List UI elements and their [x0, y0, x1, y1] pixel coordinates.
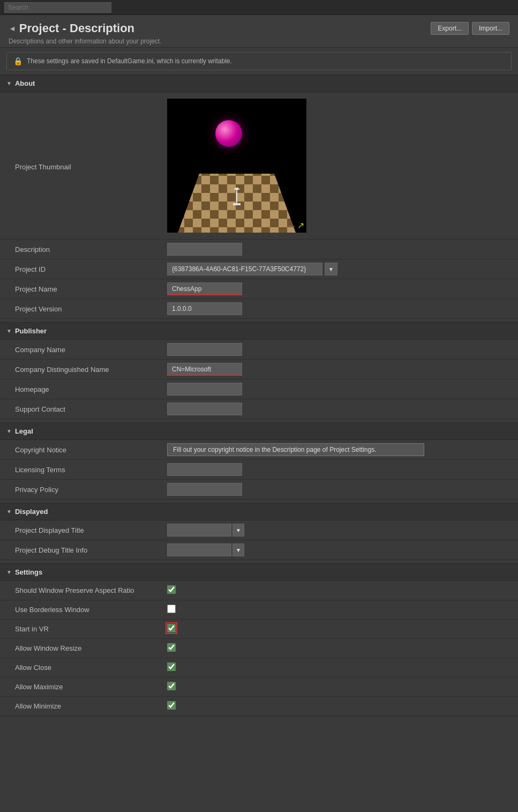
- section-settings-header[interactable]: ▼ Settings: [0, 563, 518, 581]
- title-triangle-icon: ◄: [9, 24, 16, 33]
- about-label: About: [15, 79, 35, 87]
- displayed-triangle-icon: ▼: [6, 509, 12, 515]
- thumbnail-controls: ··· ↗: [289, 220, 304, 230]
- page-header: ◄ Project - Description Export... Import…: [0, 15, 518, 48]
- licensing-value: [167, 463, 512, 476]
- start-vr-checkbox[interactable]: [167, 624, 176, 632]
- start-vr-label: Start in VR: [6, 625, 167, 633]
- debug-title-row: Project Debug Title Info ▼: [0, 540, 518, 560]
- allow-maximize-label: Allow Maximize: [6, 683, 167, 691]
- displayed-title-row: Project Displayed Title ▼: [0, 520, 518, 540]
- displayed-title-input[interactable]: [167, 524, 231, 537]
- company-dn-row: Company Distinguished Name: [0, 360, 518, 379]
- company-name-label: Company Name: [6, 346, 167, 354]
- allow-resize-checkbox[interactable]: [167, 643, 176, 652]
- displayed-label: Displayed: [15, 508, 48, 516]
- aspect-ratio-value: [167, 585, 512, 595]
- chess-board-svg: [167, 141, 306, 233]
- project-name-input[interactable]: [167, 282, 242, 295]
- about-triangle-icon: ▼: [6, 80, 12, 86]
- import-button[interactable]: Import...: [472, 22, 509, 35]
- company-dn-input[interactable]: [167, 363, 242, 376]
- company-dn-label: Company Distinguished Name: [6, 366, 167, 374]
- ellipsis-icon[interactable]: ···: [289, 221, 295, 230]
- page-subtitle-text: Descriptions and other information about…: [9, 38, 162, 45]
- privacy-label: Privacy Policy: [6, 486, 167, 494]
- company-name-value: [167, 343, 512, 356]
- support-input[interactable]: [167, 403, 242, 415]
- thumbnail-label: Project Thumbnail: [6, 99, 167, 171]
- debug-title-label: Project Debug Title Info: [6, 546, 167, 554]
- section-publisher-header[interactable]: ▼ Publisher: [0, 322, 518, 340]
- displayed-title-value: ▼: [167, 524, 512, 537]
- project-id-label: Project ID: [6, 265, 167, 273]
- section-legal-header[interactable]: ▼ Legal: [0, 422, 518, 440]
- project-id-row: Project ID ▼: [0, 259, 518, 279]
- company-name-row: Company Name: [0, 340, 518, 360]
- project-id-value: ▼: [167, 263, 512, 275]
- privacy-value: [167, 483, 512, 496]
- company-name-input[interactable]: [167, 343, 242, 356]
- displayed-title-dropdown[interactable]: ▼: [232, 524, 244, 537]
- copyright-label: Copyright Notice: [6, 446, 167, 454]
- search-input[interactable]: [4, 2, 111, 13]
- thumbnail-area: ··· ↗: [167, 99, 306, 233]
- description-label: Description: [6, 245, 167, 254]
- allow-minimize-checkbox[interactable]: [167, 701, 176, 710]
- homepage-label: Homepage: [6, 385, 167, 393]
- settings-label: Settings: [15, 568, 42, 576]
- borderless-label: Use Borderless Window: [6, 606, 167, 614]
- licensing-input[interactable]: [167, 463, 242, 476]
- start-vr-row: Start in VR: [0, 620, 518, 639]
- aspect-ratio-row: Should Window Preserve Aspect Ratio: [0, 581, 518, 600]
- chess-thumbnail: ··· ↗: [167, 99, 306, 233]
- privacy-row: Privacy Policy: [0, 480, 518, 500]
- aspect-ratio-label: Should Window Preserve Aspect Ratio: [6, 586, 167, 594]
- section-about-header[interactable]: ▼ About: [0, 75, 518, 92]
- top-bar: [0, 0, 518, 15]
- debug-title-input[interactable]: [167, 543, 231, 556]
- allow-minimize-label: Allow Minimize: [6, 702, 167, 710]
- allow-maximize-checkbox[interactable]: [167, 682, 176, 690]
- project-version-row: Project Version: [0, 299, 518, 319]
- displayed-title-label: Project Displayed Title: [6, 526, 167, 534]
- description-row: Description: [0, 240, 518, 259]
- support-value: [167, 403, 512, 415]
- homepage-input[interactable]: [167, 383, 242, 396]
- licensing-label: Licensing Terms: [6, 466, 167, 474]
- description-input[interactable]: [167, 243, 242, 256]
- project-name-label: Project Name: [6, 285, 167, 293]
- header-buttons: Export... Import...: [431, 22, 509, 35]
- project-id-dropdown-btn[interactable]: ▼: [325, 263, 337, 275]
- svg-rect-9: [234, 189, 239, 190]
- support-label: Support Contact: [6, 405, 167, 413]
- project-name-row: Project Name: [0, 279, 518, 299]
- export-button[interactable]: Export...: [431, 22, 469, 35]
- description-value: [167, 243, 512, 256]
- publisher-label: Publisher: [15, 327, 47, 335]
- homepage-value: [167, 383, 512, 396]
- project-version-input[interactable]: [167, 302, 242, 315]
- privacy-input[interactable]: [167, 483, 242, 496]
- allow-minimize-row: Allow Minimize: [0, 697, 518, 716]
- project-name-value: [167, 282, 512, 295]
- borderless-value: [167, 605, 512, 615]
- legal-triangle-icon: ▼: [6, 428, 12, 434]
- section-displayed-header[interactable]: ▼ Displayed: [0, 503, 518, 520]
- start-vr-value: [167, 624, 512, 634]
- homepage-row: Homepage: [0, 379, 518, 399]
- allow-maximize-value: [167, 682, 512, 692]
- allow-resize-label: Allow Window Resize: [6, 644, 167, 652]
- allow-minimize-value: [167, 701, 512, 711]
- debug-title-dropdown[interactable]: ▼: [232, 543, 244, 556]
- project-id-input[interactable]: [167, 263, 322, 275]
- title-text: Project - Description: [19, 21, 134, 35]
- arrow-icon[interactable]: ↗: [297, 220, 304, 230]
- aspect-ratio-checkbox[interactable]: [167, 585, 176, 594]
- publisher-triangle-icon: ▼: [6, 328, 12, 334]
- content: ▼ About Project Thumbnail: [0, 75, 518, 727]
- info-bar: 🔒 These settings are saved in DefaultGam…: [6, 52, 512, 70]
- borderless-checkbox[interactable]: [167, 605, 176, 613]
- allow-close-checkbox[interactable]: [167, 662, 176, 671]
- copyright-row: Copyright Notice Fill out your copyright…: [0, 440, 518, 460]
